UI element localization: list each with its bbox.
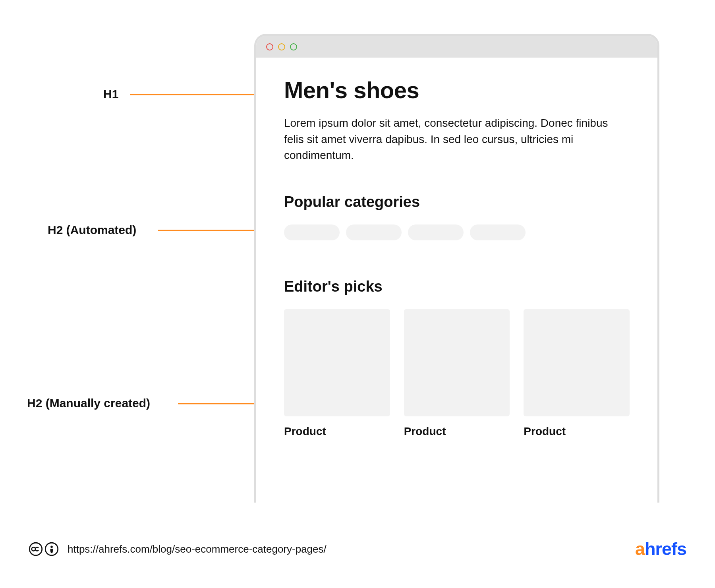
diagram-footer: https://ahrefs.com/blog/seo-ecommerce-ca…	[29, 539, 686, 559]
svg-rect-10	[51, 551, 53, 553]
traffic-light-minimize-icon	[278, 43, 285, 50]
product-card: Product	[524, 309, 630, 438]
traffic-light-maximize-icon	[290, 43, 297, 50]
browser-content: Men's shoes Lorem ipsum dolor sit amet, …	[256, 58, 657, 457]
page-intro-text: Lorem ipsum dolor sit amet, consectetur …	[284, 115, 610, 164]
category-chip-placeholder	[408, 224, 464, 240]
product-card: Product	[284, 309, 390, 438]
category-chip-placeholder	[346, 224, 402, 240]
annotation-h2-automated: H2 (Automated)	[48, 223, 136, 237]
ahrefs-logo: ahrefs	[635, 539, 686, 559]
cc-by-icon	[44, 542, 59, 556]
browser-window-mockup: Men's shoes Lorem ipsum dolor sit amet, …	[254, 34, 659, 503]
annotation-h1: H1	[103, 87, 118, 101]
svg-point-8	[50, 546, 53, 548]
category-chip-placeholder	[284, 224, 340, 240]
category-chip-placeholder	[470, 224, 526, 240]
annotation-h2-manual: H2 (Manually created)	[27, 397, 150, 410]
cc-icon	[29, 542, 43, 556]
svg-rect-9	[50, 549, 53, 552]
product-image-placeholder	[404, 309, 510, 416]
category-chip-row	[284, 224, 630, 240]
product-label: Product	[284, 425, 390, 438]
product-image-placeholder	[284, 309, 390, 416]
browser-titlebar	[256, 36, 657, 58]
product-label: Product	[404, 425, 510, 438]
page-title-h1: Men's shoes	[284, 77, 630, 103]
traffic-light-close-icon	[266, 43, 273, 50]
editors-picks-h2: Editor's picks	[284, 278, 630, 295]
product-card: Product	[404, 309, 510, 438]
product-label: Product	[524, 425, 630, 438]
popular-categories-h2: Popular categories	[284, 193, 630, 211]
cc-license-icons	[29, 542, 59, 556]
footer-url: https://ahrefs.com/blog/seo-ecommerce-ca…	[68, 543, 327, 555]
diagram-canvas: H1 H2 (Automated) H2 (Manually created) …	[0, 0, 715, 588]
product-grid: Product Product Product	[284, 309, 630, 438]
product-image-placeholder	[524, 309, 630, 416]
